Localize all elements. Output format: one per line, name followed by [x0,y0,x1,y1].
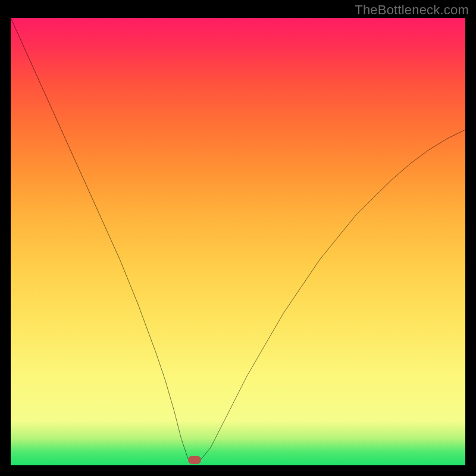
curve-layer [11,18,465,465]
bottleneck-curve [11,18,465,462]
plot-area [11,18,465,465]
bottleneck-marker [188,456,201,464]
watermark-label: TheBottleneck.com [355,2,469,18]
chart-frame: TheBottleneck.com [0,0,476,476]
